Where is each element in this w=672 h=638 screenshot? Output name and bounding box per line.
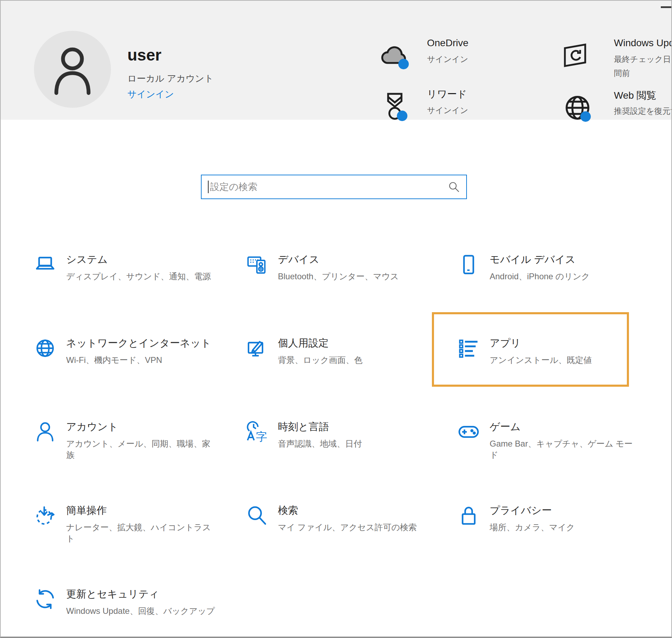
laptop-icon (34, 253, 56, 276)
tile-accounts[interactable]: アカウント アカウント、メール、同期、職場、家族 (34, 420, 246, 504)
tile-title: 検索 (278, 504, 428, 518)
web-globe-icon[interactable] (562, 92, 593, 123)
tile-devices[interactable]: デバイス Bluetooth、プリンター、マウス (246, 253, 457, 336)
person-icon (34, 421, 56, 443)
tile-system[interactable]: システム ディスプレイ、サウンド、通知、電源 (34, 253, 246, 336)
tile-apps[interactable]: アプリ アンインストール、既定値 (457, 336, 669, 420)
quick-subtitle: 間前 (614, 68, 630, 79)
quick-title-web-browsing[interactable]: Web 閲覧 (614, 89, 656, 102)
tile-title: アプリ (490, 336, 640, 350)
tile-subtitle: Game Bar、キャプチャ、ゲーム モード (490, 438, 640, 461)
tile-subtitle: ナレーター、拡大鏡、ハイコントラスト (66, 522, 217, 545)
tile-title: ネットワークとインターネット (66, 336, 217, 350)
settings-tiles-grid: システム ディスプレイ、サウンド、通知、電源 デバイス Bluetooth、プリ… (34, 253, 669, 638)
tile-title: システム (66, 253, 217, 267)
tile-update-security[interactable]: 更新とセキュリティ Windows Update、回復、バックアップ (34, 587, 246, 638)
tile-subtitle: ディスプレイ、サウンド、通知、電源 (66, 271, 217, 282)
tile-title: 個人用設定 (278, 336, 428, 350)
quick-subtitle: サインイン (427, 54, 468, 65)
gamepad-icon (457, 421, 480, 443)
lock-icon (457, 504, 480, 527)
network-globe-icon (34, 337, 56, 359)
minimize-button[interactable] (661, 6, 672, 8)
apps-list-icon (457, 337, 480, 359)
personalization-icon (246, 337, 268, 359)
quick-subtitle: 推奨設定を復元する (614, 106, 672, 117)
search-icon[interactable] (448, 181, 460, 193)
tile-network-internet[interactable]: ネットワークとインターネット Wi-Fi、機内モード、VPN (34, 336, 246, 420)
quick-title-onedrive[interactable]: OneDrive (427, 37, 468, 49)
settings-search-box[interactable] (201, 175, 467, 199)
tile-title: 時刻と言語 (278, 420, 428, 434)
tile-subtitle: アンインストール、既定値 (490, 355, 640, 366)
status-badge (398, 59, 409, 69)
cloud-icon[interactable] (379, 43, 410, 70)
tile-time-language[interactable]: 字 時刻と言語 音声認識、地域、日付 (246, 420, 457, 504)
tile-mobile-devices[interactable]: モバイル デバイス Android、iPhone のリンク (457, 253, 669, 336)
quick-title-windows-update[interactable]: Windows Update (614, 37, 672, 49)
status-badge (397, 111, 407, 121)
tile-title: モバイル デバイス (490, 253, 640, 267)
phone-icon (457, 253, 480, 276)
tile-subtitle: Android、iPhone のリンク (490, 271, 640, 282)
account-type: ローカル アカウント (127, 72, 214, 85)
tile-title: 簡単操作 (66, 504, 217, 518)
tile-title: デバイス (278, 253, 428, 267)
search-icon (246, 504, 268, 527)
quick-subtitle: 最終チェック日時: (614, 54, 672, 65)
settings-window: user ローカル アカウント サインイン OneDrive サインイン リワー… (0, 0, 672, 638)
medal-icon[interactable] (381, 91, 409, 121)
person-icon (50, 43, 95, 96)
tile-subtitle: マイ ファイル、アクセス許可の検索 (278, 522, 428, 533)
status-badge (580, 111, 591, 122)
sync-icon (34, 588, 56, 610)
tile-title: ゲーム (490, 420, 640, 434)
tile-title: アカウント (66, 420, 217, 434)
profile-sign-in-link[interactable]: サインイン (127, 88, 174, 100)
tile-privacy[interactable]: プライバシー 場所、カメラ、マイク (457, 504, 669, 587)
tile-subtitle: Wi-Fi、機内モード、VPN (66, 355, 217, 366)
time-language-icon: 字 (246, 421, 268, 443)
tile-title: 更新とセキュリティ (66, 587, 217, 601)
tile-subtitle: Windows Update、回復、バックアップ (66, 605, 217, 617)
tile-title: プライバシー (490, 504, 640, 518)
ease-of-access-icon (34, 504, 56, 527)
tile-subtitle: 背景、ロック画面、色 (278, 355, 428, 366)
tile-gaming[interactable]: ゲーム Game Bar、キャプチャ、ゲーム モード (457, 420, 669, 504)
tile-subtitle: 音声認識、地域、日付 (278, 438, 428, 449)
avatar (34, 31, 111, 108)
tile-subtitle: アカウント、メール、同期、職場、家族 (66, 438, 217, 461)
quick-title-rewards[interactable]: リワード (427, 87, 467, 101)
search-input[interactable] (209, 182, 448, 192)
tile-subtitle: Bluetooth、プリンター、マウス (278, 271, 428, 282)
tile-subtitle: 場所、カメラ、マイク (490, 522, 640, 533)
devices-icon (246, 253, 268, 276)
tile-personalization[interactable]: 個人用設定 背景、ロック画面、色 (246, 336, 457, 420)
quick-subtitle: サインイン (427, 105, 468, 116)
svg-text:字: 字 (256, 430, 267, 443)
windows-update-icon[interactable] (561, 41, 589, 70)
user-name: user (127, 45, 161, 64)
tile-search[interactable]: 検索 マイ ファイル、アクセス許可の検索 (246, 504, 457, 587)
tile-ease-of-access[interactable]: 簡単操作 ナレーター、拡大鏡、ハイコントラスト (34, 504, 246, 587)
